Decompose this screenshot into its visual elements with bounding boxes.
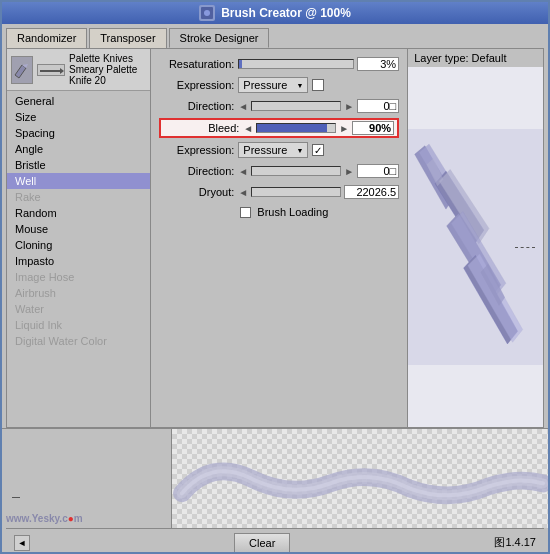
app-window: Brush Creator @ 100% Randomizer Transpos… <box>0 0 550 554</box>
bleed-slider[interactable] <box>256 123 336 133</box>
list-item-general[interactable]: General <box>7 93 150 109</box>
list-item-rake: Rake <box>7 189 150 205</box>
brush-names: Palette Knives Smeary Palette Knife 20 <box>69 53 146 86</box>
bleed-label: Bleed: <box>164 122 239 134</box>
footer-nav-button[interactable]: ◄ <box>14 535 30 551</box>
list-item-spacing[interactable]: Spacing <box>7 125 150 141</box>
expression2-dropdown[interactable]: Pressure <box>238 142 308 158</box>
clear-button[interactable]: Clear <box>234 533 290 553</box>
dryout-row: Dryout: ◄ 22026.5 <box>159 183 399 201</box>
direction1-left-arrow[interactable]: ◄ <box>238 101 248 112</box>
bleed-left-arrow[interactable]: ◄ <box>243 123 253 134</box>
direction1-slider-container: ◄ ► 0□ <box>238 99 399 113</box>
direction2-right-arrow[interactable]: ► <box>344 166 354 177</box>
list-item-liquid-ink: Liquid Ink <box>7 317 150 333</box>
brush-name: Smeary Palette Knife 20 <box>69 64 146 86</box>
list-item-bristle[interactable]: Bristle <box>7 157 150 173</box>
svg-point-1 <box>204 10 210 16</box>
title-bar: Brush Creator @ 100% <box>2 2 548 24</box>
bleed-value[interactable]: 90% <box>352 121 394 135</box>
tab-row: Randomizer Transposer Stroke Designer <box>2 24 548 48</box>
dash-line <box>515 247 535 248</box>
svg-marker-3 <box>60 68 64 74</box>
bottom-stroke-svg <box>172 429 548 528</box>
footer-left: ◄ <box>14 535 30 551</box>
expression2-checkbox[interactable] <box>312 144 324 156</box>
tab-transposer[interactable]: Transposer <box>89 28 166 48</box>
direction1-slider[interactable] <box>251 101 341 111</box>
expression2-label: Expression: <box>159 144 234 156</box>
list-item-impasto[interactable]: Impasto <box>7 253 150 269</box>
content-area: Palette Knives Smeary Palette Knife 20 G… <box>6 48 544 428</box>
dryout-label: Dryout: <box>159 186 234 198</box>
left-panel: Palette Knives Smeary Palette Knife 20 G… <box>7 49 151 427</box>
direction2-value[interactable]: 0□ <box>357 164 399 178</box>
preview-canvas <box>408 67 543 427</box>
title-text: Brush Creator @ 100% <box>221 6 351 20</box>
direction1-right-arrow[interactable]: ► <box>344 101 354 112</box>
list-item-well[interactable]: Well <box>7 173 150 189</box>
list-item-random[interactable]: Random <box>7 205 150 221</box>
expression1-row: Expression: Pressure <box>159 76 399 94</box>
footer: ◄ Clear 图1.4.17 <box>6 528 544 554</box>
bleed-right-arrow[interactable]: ► <box>339 123 349 134</box>
list-item-airbrush: Airbrush <box>7 285 150 301</box>
expression2-row: Expression: Pressure <box>159 141 399 159</box>
resaturation-slider[interactable] <box>238 59 354 69</box>
dryout-value[interactable]: 22026.5 <box>344 185 399 199</box>
brush-category: Palette Knives <box>69 53 146 64</box>
brush-loading-row: Brush Loading <box>159 204 399 220</box>
resaturation-slider-container: 3% <box>238 57 399 71</box>
bottom-preview <box>172 429 548 528</box>
dryout-slider-container: ◄ 22026.5 <box>238 185 399 199</box>
brush-loading-label: Brush Loading <box>257 206 328 218</box>
brush-selector[interactable]: Palette Knives Smeary Palette Knife 20 <box>7 49 150 91</box>
list-item-mouse[interactable]: Mouse <box>7 221 150 237</box>
main-container: Randomizer Transposer Stroke Designer <box>2 24 548 554</box>
resaturation-row: Resaturation: 3% <box>159 55 399 73</box>
list-item-digital-water-color: Digital Water Color <box>7 333 150 349</box>
bleed-slider-container: ◄ ► 90% <box>243 121 394 135</box>
brush-arrow <box>37 64 65 76</box>
list-item-cloning[interactable]: Cloning <box>7 237 150 253</box>
direction2-slider-container: ◄ ► 0□ <box>238 164 399 178</box>
bleed-row: Bleed: ◄ ► 90% <box>159 118 399 138</box>
bottom-section: www.Yesky.c●m <box>2 428 548 528</box>
params-area: Resaturation: 3% Expression: Pressure <box>151 49 407 427</box>
resaturation-value[interactable]: 3% <box>357 57 399 71</box>
expression1-dropdown[interactable]: Pressure <box>238 77 308 93</box>
tick-mark <box>12 497 20 498</box>
direction2-left-arrow[interactable]: ◄ <box>238 166 248 177</box>
brush-preview-icon <box>11 56 33 84</box>
dryout-left-arrow[interactable]: ◄ <box>238 187 248 198</box>
app-icon <box>199 5 215 21</box>
list-item-image-hose: Image Hose <box>7 269 150 285</box>
expression1-label: Expression: <box>159 79 234 91</box>
resaturation-label: Resaturation: <box>159 58 234 70</box>
list-item-water: Water <box>7 301 150 317</box>
direction2-label: Direction: <box>159 165 234 177</box>
list-item-angle[interactable]: Angle <box>7 141 150 157</box>
layer-type-label: Layer type: Default <box>408 49 543 67</box>
direction1-row: Direction: ◄ ► 0□ <box>159 97 399 115</box>
category-list: General Size Spacing Angle Bristle Well … <box>7 91 150 427</box>
direction1-value[interactable]: 0□ <box>357 99 399 113</box>
figure-label: 图1.4.17 <box>494 535 536 550</box>
tab-randomizer[interactable]: Randomizer <box>6 28 87 48</box>
watermark: www.Yesky.c●m <box>6 513 83 524</box>
bottom-left: www.Yesky.c●m <box>2 429 172 528</box>
brush-loading-checkbox[interactable] <box>240 207 251 218</box>
direction2-slider[interactable] <box>251 166 341 176</box>
direction2-row: Direction: ◄ ► 0□ <box>159 162 399 180</box>
direction1-label: Direction: <box>159 100 234 112</box>
list-item-size[interactable]: Size <box>7 109 150 125</box>
tab-stroke-designer[interactable]: Stroke Designer <box>169 28 270 48</box>
dryout-slider[interactable] <box>251 187 341 197</box>
expression1-checkbox[interactable] <box>312 79 324 91</box>
preview-pane: Layer type: Default <box>407 49 543 427</box>
